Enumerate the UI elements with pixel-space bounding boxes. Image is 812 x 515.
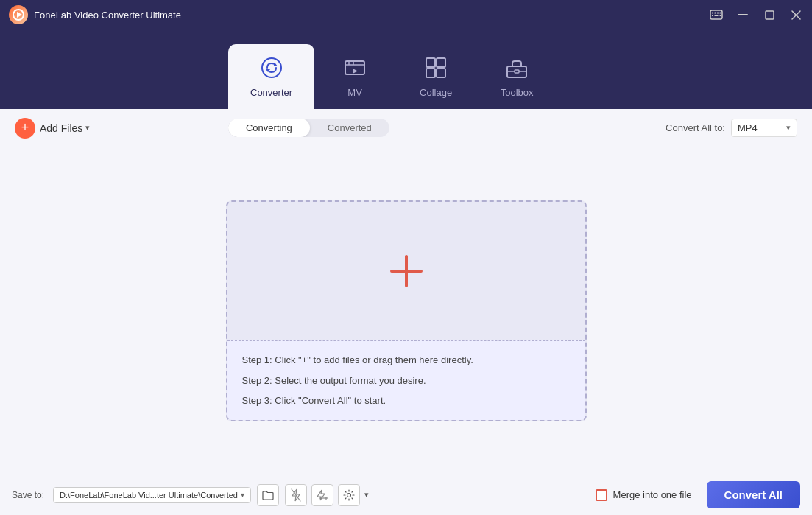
svg-rect-25 [437, 69, 445, 77]
svg-point-14 [262, 58, 281, 77]
format-select-arrow-icon: ▾ [786, 123, 791, 133]
app-logo [9, 5, 28, 24]
svg-rect-22 [426, 58, 435, 67]
gear-dropdown-icon[interactable]: ▾ [364, 490, 369, 500]
toolbar: + Add Files ▾ Converting Converted Conve… [0, 109, 812, 147]
tab-collage[interactable]: Collage [395, 44, 476, 109]
converter-icon [260, 56, 283, 83]
format-select-value: MP4 [738, 122, 758, 133]
drop-zone-upper [227, 202, 585, 341]
merge-checkbox-area: Merge into one file [596, 489, 692, 501]
settings-group: ▾ [285, 484, 369, 506]
close-button[interactable] [788, 7, 803, 22]
nav-tabs: Converter MV Collage [0, 29, 812, 109]
tab-toolbox[interactable]: Toolbox [476, 44, 557, 109]
convert-all-button[interactable]: Convert All [707, 481, 800, 508]
sub-tab-group: Converting Converted [228, 119, 389, 137]
tab-mv-label: MV [347, 87, 362, 98]
bottom-bar: Save to: D:\FoneLab\FoneLab Vid...ter Ul… [0, 474, 812, 515]
drop-zone[interactable]: Step 1: Click "+" to add files or drag t… [226, 200, 587, 421]
folder-browse-button[interactable] [257, 484, 279, 506]
title-bar-left: FoneLab Video Converter Ultimate [9, 5, 181, 24]
drop-zone-plus-icon [386, 251, 427, 292]
collage-icon [424, 56, 448, 83]
svg-marker-1 [17, 12, 22, 18]
convert-all-to-label: Convert All to: [666, 122, 725, 133]
svg-rect-5 [717, 13, 719, 14]
format-select-dropdown[interactable]: MP4 ▾ [731, 119, 797, 137]
content-area: + Add Files ▾ Converting Converted Conve… [0, 109, 812, 515]
title-bar-controls [709, 7, 803, 22]
svg-rect-6 [720, 13, 721, 14]
save-path-text: D:\FoneLab\FoneLab Vid...ter Ultimate\Co… [60, 491, 238, 500]
sub-tab-converting[interactable]: Converting [228, 119, 310, 137]
add-files-plus-icon: + [15, 118, 35, 139]
step-3-text: Step 3: Click "Convert All" to start. [242, 393, 571, 408]
keyboard-button[interactable] [709, 7, 724, 22]
svg-rect-28 [515, 70, 519, 73]
svg-rect-24 [426, 69, 435, 77]
tab-converter[interactable]: Converter [228, 44, 314, 109]
lightning-off-button[interactable] [285, 484, 307, 506]
drop-zone-instructions: Step 1: Click "+" to add files or drag t… [227, 340, 585, 420]
svg-point-34 [347, 493, 350, 497]
step-1-text: Step 1: Click "+" to add files or drag t… [242, 353, 571, 368]
settings-extra-button[interactable] [311, 484, 333, 506]
svg-rect-9 [720, 15, 721, 16]
svg-rect-10 [738, 14, 748, 15]
convert-all-to-area: Convert All to: MP4 ▾ [666, 119, 797, 137]
svg-rect-7 [712, 15, 713, 16]
svg-rect-23 [437, 58, 445, 67]
minimize-button[interactable] [735, 7, 750, 22]
add-files-dropdown-icon[interactable]: ▾ [85, 123, 90, 133]
svg-rect-11 [766, 11, 774, 19]
gear-settings-button[interactable] [338, 484, 360, 506]
merge-checkbox[interactable] [596, 489, 607, 501]
app-title-text: FoneLab Video Converter Ultimate [34, 10, 181, 21]
mv-icon [343, 56, 367, 83]
add-files-label: Add Files [40, 122, 82, 134]
tab-collage-label: Collage [420, 87, 452, 98]
svg-marker-21 [353, 69, 358, 74]
tab-toolbox-label: Toolbox [501, 87, 534, 98]
save-path-field[interactable]: D:\FoneLab\FoneLab Vid...ter Ultimate\Co… [53, 487, 251, 503]
merge-label: Merge into one file [613, 489, 692, 500]
tab-mv[interactable]: MV [314, 44, 395, 109]
save-path-dropdown-icon: ▾ [241, 491, 244, 499]
sub-tab-converted[interactable]: Converted [310, 119, 389, 137]
toolbox-icon [505, 56, 529, 83]
svg-rect-4 [715, 13, 716, 14]
title-bar: FoneLab Video Converter Ultimate [0, 0, 812, 29]
tab-converter-label: Converter [250, 87, 292, 98]
svg-rect-8 [715, 15, 719, 16]
svg-rect-3 [712, 13, 713, 14]
save-to-label: Save to: [12, 490, 44, 500]
add-files-button[interactable]: + Add Files ▾ [15, 118, 90, 139]
step-2-text: Step 2: Select the output format you des… [242, 374, 571, 388]
drop-zone-container: Step 1: Click "+" to add files or drag t… [0, 147, 812, 474]
restore-button[interactable] [762, 7, 777, 22]
